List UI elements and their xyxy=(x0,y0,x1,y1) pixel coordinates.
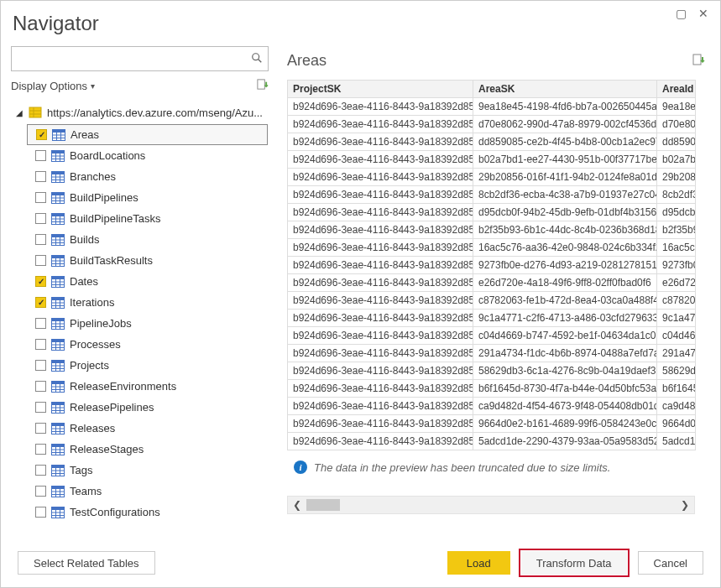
checkbox[interactable] xyxy=(35,444,46,455)
table-cell: b6f1645d-8730-4f7a-b44e-04d50bfc53aa xyxy=(473,380,657,398)
table-row[interactable]: b924d696-3eae-4116-8443-9a18392d85449273… xyxy=(288,257,696,274)
table-icon xyxy=(51,192,65,204)
table-cell: 9ea18e45-4198-4fd6-bb7a-002650445a1f xyxy=(473,98,657,116)
scroll-thumb[interactable] xyxy=(306,499,340,511)
tree-item-processes[interactable]: Processes xyxy=(27,334,268,355)
svg-rect-92 xyxy=(52,423,65,426)
checkbox[interactable] xyxy=(35,402,46,413)
column-header[interactable]: AreaSK xyxy=(473,81,657,98)
table-cell: 58629db3-6c1a-4276-8c9b-04a19daef30a xyxy=(473,362,657,380)
checkbox[interactable] xyxy=(35,486,46,497)
transform-data-button[interactable]: Transform Data xyxy=(521,551,627,575)
table-cell: 9273fb0e xyxy=(657,257,696,274)
table-row[interactable]: b924d696-3eae-4116-8443-9a18392d8544b6f1… xyxy=(288,380,696,398)
table-cell: ca9d482d-4f54-4673-9f48-054408db01d5 xyxy=(473,398,657,415)
checkbox[interactable] xyxy=(35,213,46,224)
checkbox[interactable] xyxy=(35,276,46,287)
tree-item-label: BuildPipelines xyxy=(70,191,138,204)
checkbox[interactable] xyxy=(35,381,46,392)
checkbox[interactable] xyxy=(35,339,46,350)
tree-item-boardlocations[interactable]: BoardLocations xyxy=(27,145,268,166)
tree-item-builds[interactable]: Builds xyxy=(27,229,268,250)
table-row[interactable]: b924d696-3eae-4116-8443-9a18392d85449ea1… xyxy=(288,98,696,116)
table-row[interactable]: b924d696-3eae-4116-8443-9a18392d85449664… xyxy=(288,415,696,433)
checkbox[interactable] xyxy=(35,318,46,329)
table-cell: 9c1a4771-c2f6-4713-a486-03cfd279633d xyxy=(473,310,657,327)
column-header[interactable]: ProjectSK xyxy=(288,81,473,98)
scroll-right-icon[interactable]: ❯ xyxy=(676,499,694,511)
table-cell: b924d696-3eae-4116-8443-9a18392d8544 xyxy=(288,362,473,380)
table-row[interactable]: b924d696-3eae-4116-8443-9a18392d8544b2f3… xyxy=(288,221,696,239)
checkbox[interactable] xyxy=(35,234,46,245)
table-row[interactable]: b924d696-3eae-4116-8443-9a18392d85445862… xyxy=(288,362,696,380)
tree-item-label: Projects xyxy=(70,359,109,372)
scroll-left-icon[interactable]: ❮ xyxy=(288,499,306,511)
search-box[interactable] xyxy=(11,46,269,71)
checkbox[interactable] xyxy=(35,192,46,203)
refresh-preview-icon[interactable] xyxy=(692,53,705,69)
svg-rect-14 xyxy=(52,150,65,154)
tree-item-branches[interactable]: Branches xyxy=(27,166,268,187)
tree-item-projects[interactable]: Projects xyxy=(27,355,268,376)
checkbox[interactable] xyxy=(35,150,46,161)
tree-item-areas[interactable]: Areas xyxy=(27,124,268,145)
title-bar: Navigator ▢ ✕ xyxy=(1,1,720,46)
table-row[interactable]: b924d696-3eae-4116-8443-9a18392d854416ac… xyxy=(288,239,696,257)
table-row[interactable]: b924d696-3eae-4116-8443-9a18392d8544c878… xyxy=(288,292,696,310)
tree-item-iterations[interactable]: Iterations xyxy=(27,292,268,313)
table-row[interactable]: b924d696-3eae-4116-8443-9a18392d8544ca9d… xyxy=(288,398,696,415)
tree-item-releaseenvironments[interactable]: ReleaseEnvironments xyxy=(27,376,268,397)
collapse-icon[interactable]: ◢ xyxy=(15,108,24,117)
tree-item-label: Tags xyxy=(70,464,92,476)
tree-item-teams[interactable]: Teams xyxy=(27,481,268,502)
load-button[interactable]: Load xyxy=(447,551,510,575)
table-row[interactable]: b924d696-3eae-4116-8443-9a18392d8544b02a… xyxy=(288,151,696,169)
tree-item-buildtaskresults[interactable]: BuildTaskResults xyxy=(27,250,268,271)
tree-item-buildpipelinetasks[interactable]: BuildPipelineTasks xyxy=(27,208,268,229)
tree-item-pipelinejobs[interactable]: PipelineJobs xyxy=(27,313,268,334)
tree-item-buildpipelines[interactable]: BuildPipelines xyxy=(27,187,268,208)
tree-item-dates[interactable]: Dates xyxy=(27,271,268,292)
tree-root[interactable]: ◢ https://analytics.dev.azure.com/mseng/… xyxy=(12,101,268,124)
table-row[interactable]: b924d696-3eae-4116-8443-9a18392d8544e26d… xyxy=(288,274,696,292)
maximize-icon[interactable]: ▢ xyxy=(676,7,687,20)
table-row[interactable]: b924d696-3eae-4116-8443-9a18392d8544d95d… xyxy=(288,204,696,221)
tree-item-testconfigurations[interactable]: TestConfigurations xyxy=(27,502,268,523)
tree-item-releasestages[interactable]: ReleaseStages xyxy=(27,439,268,460)
column-header[interactable]: AreaId xyxy=(657,81,696,98)
display-options-dropdown[interactable]: Display Options ▾ xyxy=(11,78,269,93)
checkbox[interactable] xyxy=(35,360,46,371)
table-row[interactable]: b924d696-3eae-4116-8443-9a18392d8544dd85… xyxy=(288,133,696,151)
refresh-icon[interactable] xyxy=(256,78,269,93)
horizontal-scrollbar[interactable]: ❮ ❯ xyxy=(287,496,695,514)
table-row[interactable]: b924d696-3eae-4116-8443-9a18392d8544291a… xyxy=(288,345,696,362)
tree-item-tags[interactable]: Tags xyxy=(27,460,268,481)
search-input[interactable] xyxy=(12,53,246,65)
checkbox[interactable] xyxy=(36,129,47,140)
close-icon[interactable]: ✕ xyxy=(698,7,708,20)
table-cell: b924d696-3eae-4116-8443-9a18392d8544 xyxy=(288,257,473,274)
checkbox[interactable] xyxy=(35,171,46,182)
left-pane: Display Options ▾ ◢ https://analytics.de… xyxy=(1,46,279,539)
checkbox[interactable] xyxy=(35,255,46,266)
select-related-tables-button[interactable]: Select Related Tables xyxy=(18,551,155,575)
table-icon xyxy=(51,234,65,246)
table-cell: b924d696-3eae-4116-8443-9a18392d8544 xyxy=(288,310,473,327)
footer: Select Related Tables Load Transform Dat… xyxy=(1,539,720,586)
cancel-button[interactable]: Cancel xyxy=(638,551,703,575)
table-cell: 291a4734-f1dc-4b6b-8974-0488a7efd7ae xyxy=(473,345,657,362)
svg-rect-121 xyxy=(693,55,701,65)
checkbox[interactable] xyxy=(35,465,46,476)
table-row[interactable]: b924d696-3eae-4116-8443-9a18392d85448cb2… xyxy=(288,186,696,204)
table-row[interactable]: b924d696-3eae-4116-8443-9a18392d8544c04d… xyxy=(288,327,696,345)
table-row[interactable]: b924d696-3eae-4116-8443-9a18392d85449c1a… xyxy=(288,310,696,327)
tree-item-releasepipelines[interactable]: ReleasePipelines xyxy=(27,397,268,418)
checkbox[interactable] xyxy=(35,423,46,434)
table-row[interactable]: b924d696-3eae-4116-8443-9a18392d854429b2… xyxy=(288,169,696,186)
search-icon[interactable] xyxy=(246,52,268,66)
table-row[interactable]: b924d696-3eae-4116-8443-9a18392d85445adc… xyxy=(288,433,696,450)
table-row[interactable]: b924d696-3eae-4116-8443-9a18392d8544d70e… xyxy=(288,116,696,133)
checkbox[interactable] xyxy=(35,297,46,308)
checkbox[interactable] xyxy=(35,507,46,518)
tree-item-releases[interactable]: Releases xyxy=(27,418,268,439)
